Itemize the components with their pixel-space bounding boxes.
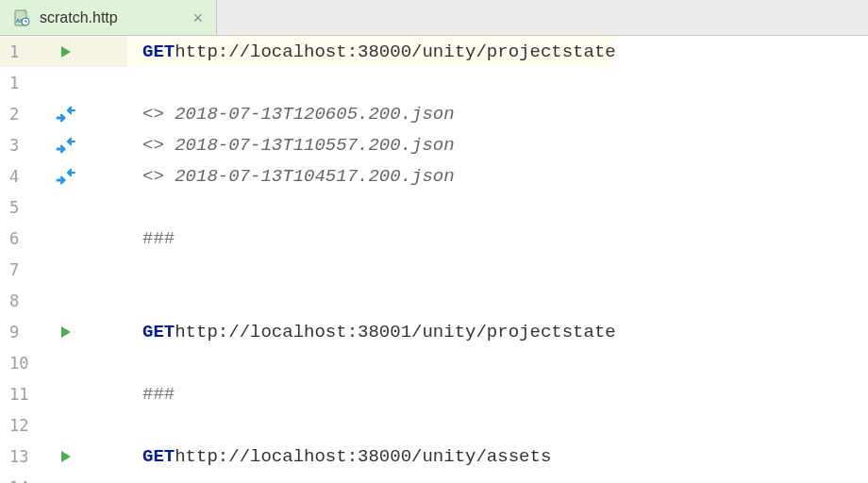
code-cell[interactable]: [127, 67, 616, 98]
line-number: 1: [9, 42, 38, 61]
editor-line[interactable]: 4<> 2018-07-13T104517.200.json: [0, 160, 616, 192]
line-number: 6: [9, 229, 38, 248]
editor-line[interactable]: 6###: [0, 223, 616, 254]
line-number: 9: [9, 323, 38, 341]
http-url: http://localhost:38001/unity/projectstat…: [175, 322, 615, 342]
editor-line[interactable]: 1GET http://localhost:38000/unity/projec…: [0, 36, 616, 67]
gutter-spacer: [55, 352, 77, 375]
gutter-spacer: [55, 290, 77, 312]
editor-line[interactable]: 8: [0, 285, 616, 316]
line-number: 11: [9, 385, 38, 404]
tab-bar: AI scratch.http ×: [0, 0, 868, 36]
editor-line[interactable]: 5: [0, 192, 616, 223]
gutter-spacer: [55, 258, 77, 281]
editor-line[interactable]: 1: [0, 67, 616, 98]
gutter-spacer: [55, 383, 77, 406]
gutter-cell: 2: [0, 98, 127, 129]
request-separator: ###: [142, 384, 175, 405]
gutter-cell: 10: [0, 347, 127, 378]
editor-line[interactable]: 10: [0, 347, 616, 378]
http-method: GET: [142, 42, 175, 62]
gutter-spacer: [55, 196, 77, 219]
http-url: http://localhost:38000/unity/assets: [175, 446, 551, 467]
response-file-link[interactable]: <> 2018-07-13T104517.200.json: [142, 166, 455, 187]
code-cell[interactable]: GET http://localhost:38000/unity/assets: [127, 441, 616, 472]
editor: 1GET http://localhost:38000/unity/projec…: [0, 36, 868, 483]
gutter-spacer: [55, 72, 77, 94]
gutter-cell: 7: [0, 254, 127, 285]
code-cell[interactable]: GET http://localhost:38000/unity/project…: [127, 36, 616, 67]
editor-line[interactable]: 3<> 2018-07-13T110557.200.json: [0, 129, 616, 160]
response-file-link[interactable]: <> 2018-07-13T120605.200.json: [142, 104, 455, 125]
gutter-cell: 9: [0, 316, 127, 347]
tab-scratch-http[interactable]: AI scratch.http ×: [0, 0, 217, 35]
run-icon[interactable]: [55, 41, 77, 63]
gutter-cell: 5: [0, 192, 127, 223]
request-separator: ###: [142, 228, 175, 249]
gutter-cell: 1: [0, 36, 127, 67]
code-cell[interactable]: [127, 347, 616, 378]
editor-line[interactable]: 7: [0, 254, 616, 285]
line-number: 10: [9, 354, 38, 373]
line-number: 8: [9, 291, 38, 310]
line-number: 1: [9, 74, 38, 92]
line-number: 2: [9, 105, 38, 124]
line-number: 7: [9, 260, 38, 279]
http-url: http://localhost:38000/unity/projectstat…: [175, 42, 615, 62]
gutter-cell: 13: [0, 441, 127, 472]
code-cell[interactable]: ###: [127, 223, 616, 254]
http-method: GET: [142, 322, 175, 342]
editor-line[interactable]: 9GET http://localhost:38001/unity/projec…: [0, 316, 616, 347]
gutter-cell: 11: [0, 378, 127, 409]
code-cell[interactable]: GET http://localhost:38001/unity/project…: [127, 316, 616, 347]
gutter-cell: 3: [0, 129, 127, 160]
close-icon[interactable]: ×: [192, 9, 203, 26]
response-link-icon[interactable]: [55, 165, 77, 188]
gutter-cell: 4: [0, 160, 127, 192]
code-cell[interactable]: ###: [127, 378, 616, 409]
response-file-link[interactable]: <> 2018-07-13T110557.200.json: [142, 135, 455, 156]
code-cell[interactable]: [127, 285, 616, 316]
code-cell[interactable]: <> 2018-07-13T120605.200.json: [127, 98, 616, 129]
response-link-icon[interactable]: [55, 103, 77, 125]
http-file-icon: AI: [13, 9, 30, 26]
line-number: 5: [9, 198, 38, 217]
gutter-spacer: [55, 476, 77, 484]
editor-line[interactable]: 14: [0, 472, 616, 483]
gutter-cell: 12: [0, 409, 127, 441]
line-number: 12: [9, 416, 38, 435]
gutter-cell: 14: [0, 472, 127, 483]
response-link-icon[interactable]: [55, 134, 77, 157]
code-cell[interactable]: [127, 192, 616, 223]
line-number: 3: [9, 136, 38, 155]
code-cell[interactable]: [127, 409, 616, 441]
editor-line[interactable]: 12: [0, 409, 616, 441]
code-cell[interactable]: <> 2018-07-13T110557.200.json: [127, 129, 616, 160]
svg-text:AI: AI: [16, 18, 22, 24]
editor-line[interactable]: 11###: [0, 378, 616, 409]
run-icon[interactable]: [55, 445, 77, 468]
editor-line[interactable]: 13GET http://localhost:38000/unity/asset…: [0, 441, 616, 472]
gutter-cell: 1: [0, 67, 127, 98]
run-icon[interactable]: [55, 321, 77, 343]
gutter-cell: 8: [0, 285, 127, 316]
code-cell[interactable]: [127, 254, 616, 285]
gutter-spacer: [55, 227, 77, 250]
tab-label: scratch.http: [40, 9, 118, 26]
code-cell[interactable]: [127, 472, 616, 483]
gutter-cell: 6: [0, 223, 127, 254]
editor-line[interactable]: 2<> 2018-07-13T120605.200.json: [0, 98, 616, 129]
http-method: GET: [142, 446, 175, 467]
line-number: 14: [9, 478, 38, 484]
code-cell[interactable]: <> 2018-07-13T104517.200.json: [127, 160, 616, 192]
line-number: 4: [9, 167, 38, 186]
gutter-spacer: [55, 414, 77, 437]
line-number: 13: [9, 447, 38, 466]
